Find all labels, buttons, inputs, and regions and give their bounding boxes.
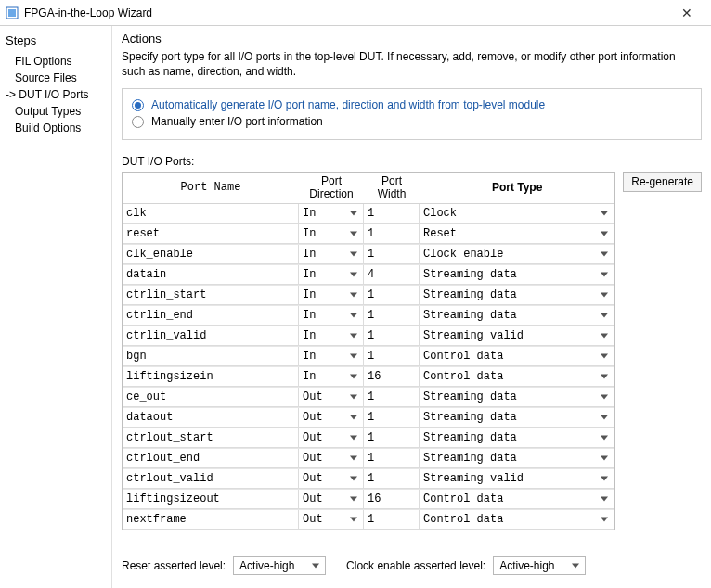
step-item[interactable]: Source Files [6, 70, 108, 86]
step-item[interactable]: FIL Options [6, 53, 108, 70]
table-row: ctrlin_endIn1Streaming data [123, 305, 614, 326]
port-type-select[interactable]: Streaming data [420, 408, 614, 428]
col-port-width: PortWidth [364, 173, 420, 203]
port-name-cell[interactable]: dataout [123, 408, 299, 428]
ports-table: Port Name PortDirection PortWidth Port T… [122, 172, 615, 530]
port-width-cell[interactable]: 1 [364, 449, 420, 468]
port-name-cell[interactable]: liftingsizeout [123, 490, 299, 509]
port-direction-select[interactable]: Out [299, 408, 364, 428]
port-width-cell[interactable]: 1 [364, 245, 420, 264]
port-type-select[interactable]: Control data [420, 490, 614, 509]
port-name-cell[interactable]: ce_out [123, 388, 299, 407]
table-row: liftingsizeinIn16Control data [123, 366, 614, 387]
mode-manual-option[interactable]: Manually enter I/O port information [132, 113, 692, 130]
port-width-cell[interactable]: 1 [364, 428, 420, 448]
port-name-cell[interactable]: ctrlin_start [123, 286, 299, 305]
reset-level-select[interactable]: Active-high [233, 556, 326, 575]
port-type-select[interactable]: Streaming data [420, 306, 614, 326]
port-type-select[interactable]: Clock enable [420, 245, 614, 264]
port-direction-select[interactable]: In [299, 286, 364, 305]
port-direction-select[interactable]: Out [299, 490, 364, 509]
port-type-select[interactable]: Streaming valid [420, 469, 614, 489]
app-icon [6, 6, 19, 19]
steps-panel: Steps FIL OptionsSource FilesDUT I/O Por… [0, 26, 111, 588]
port-type-select[interactable]: Streaming data [420, 388, 614, 407]
actions-header: Actions [122, 32, 702, 45]
port-direction-select[interactable]: In [299, 265, 364, 285]
port-name-cell[interactable]: clk [123, 204, 299, 224]
port-name-cell[interactable]: ctrlout_valid [123, 469, 299, 489]
port-name-cell[interactable]: ctrlin_end [123, 306, 299, 326]
table-row: ctrlout_endOut1Streaming data [123, 448, 614, 468]
regenerate-button[interactable]: Re-generate [623, 172, 702, 192]
port-direction-select[interactable]: In [299, 326, 364, 346]
col-port-type: Port Type [420, 173, 614, 203]
port-type-select[interactable]: Streaming valid [420, 326, 614, 346]
svg-rect-1 [8, 9, 16, 17]
port-type-select[interactable]: Clock [420, 204, 614, 224]
close-icon[interactable]: ✕ [668, 6, 705, 20]
port-width-cell[interactable]: 1 [364, 469, 420, 489]
port-width-cell[interactable]: 1 [364, 286, 420, 305]
step-item[interactable]: Output Types [6, 103, 108, 120]
port-name-cell[interactable]: ctrlout_start [123, 428, 299, 448]
port-width-cell[interactable]: 1 [364, 326, 420, 346]
port-name-cell[interactable]: ctrlin_valid [123, 326, 299, 346]
step-item[interactable]: DUT I/O Ports [6, 86, 108, 103]
port-name-cell[interactable]: bgn [123, 347, 299, 366]
table-row: resetIn1Reset [123, 224, 614, 244]
table-row: ce_outOut1Streaming data [123, 387, 614, 407]
port-direction-select[interactable]: Out [299, 449, 364, 468]
window-title: FPGA-in-the-Loop Wizard [24, 6, 668, 19]
reset-level-label: Reset asserted level: [122, 559, 226, 572]
port-width-cell[interactable]: 1 [364, 347, 420, 366]
port-type-select[interactable]: Control data [420, 510, 614, 530]
port-type-select[interactable]: Streaming data [420, 449, 614, 468]
port-type-select[interactable]: Reset [420, 224, 614, 244]
port-type-select[interactable]: Streaming data [420, 428, 614, 448]
port-name-cell[interactable]: liftingsizein [123, 367, 299, 387]
port-direction-select[interactable]: In [299, 224, 364, 244]
port-type-select[interactable]: Streaming data [420, 265, 614, 285]
table-row: ctrlin_validIn1Streaming valid [123, 326, 614, 346]
port-name-cell[interactable]: reset [123, 224, 299, 244]
port-width-cell[interactable]: 16 [364, 367, 420, 387]
port-width-cell[interactable]: 1 [364, 510, 420, 530]
table-row: clk_enableIn1Clock enable [123, 244, 614, 264]
port-type-select[interactable]: Streaming data [420, 286, 614, 305]
port-direction-select[interactable]: In [299, 245, 364, 264]
table-row: clkIn1Clock [123, 203, 614, 224]
table-row: ctrlout_startOut1Streaming data [123, 428, 614, 448]
port-width-cell[interactable]: 4 [364, 265, 420, 285]
port-direction-select[interactable]: In [299, 204, 364, 224]
port-name-cell[interactable]: datain [123, 265, 299, 285]
table-row: bgnIn1Control data [123, 346, 614, 366]
port-name-cell[interactable]: clk_enable [123, 245, 299, 264]
port-name-cell[interactable]: ctrlout_end [123, 449, 299, 468]
port-direction-select[interactable]: In [299, 367, 364, 387]
port-name-cell[interactable]: nextframe [123, 510, 299, 530]
table-row: ctrlout_validOut1Streaming valid [123, 468, 614, 489]
col-port-name: Port Name [123, 173, 299, 203]
port-direction-select[interactable]: Out [299, 388, 364, 407]
actions-description: Specify port type for all I/O ports in t… [122, 49, 702, 79]
port-direction-select[interactable]: In [299, 347, 364, 366]
port-type-select[interactable]: Control data [420, 367, 614, 387]
col-port-direction: PortDirection [299, 173, 364, 203]
port-width-cell[interactable]: 16 [364, 490, 420, 509]
port-mode-group: Automatically generate I/O port name, di… [122, 88, 702, 140]
port-width-cell[interactable]: 1 [364, 408, 420, 428]
port-direction-select[interactable]: Out [299, 469, 364, 489]
clock-enable-level-select[interactable]: Active-high [493, 556, 586, 575]
port-width-cell[interactable]: 1 [364, 224, 420, 244]
port-width-cell[interactable]: 1 [364, 306, 420, 326]
port-direction-select[interactable]: Out [299, 428, 364, 448]
mode-auto-label: Automatically generate I/O port name, di… [151, 98, 545, 111]
port-direction-select[interactable]: Out [299, 510, 364, 530]
port-width-cell[interactable]: 1 [364, 388, 420, 407]
port-direction-select[interactable]: In [299, 306, 364, 326]
port-type-select[interactable]: Control data [420, 347, 614, 366]
step-item[interactable]: Build Options [6, 120, 108, 136]
port-width-cell[interactable]: 1 [364, 204, 420, 224]
mode-auto-option[interactable]: Automatically generate I/O port name, di… [132, 96, 692, 113]
